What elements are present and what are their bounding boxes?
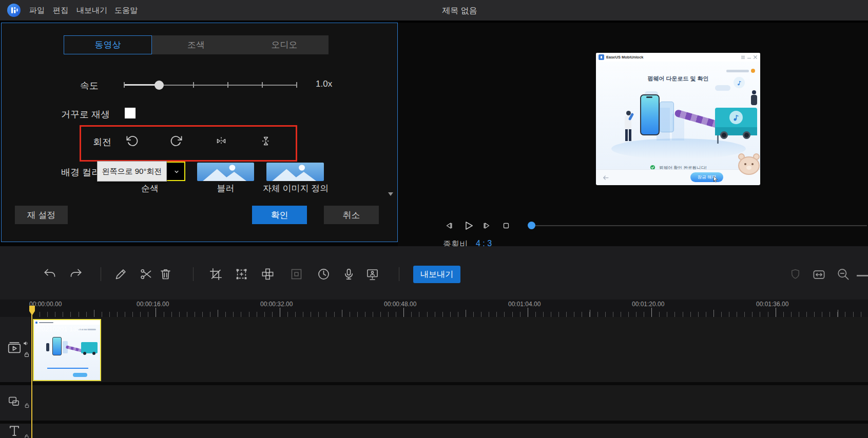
app-window: 파일 편집 내보내기 도움말 제목 없음 동영상 조색 오디오 속도 1.0x …: [0, 0, 868, 438]
text-track-icon: [7, 424, 22, 438]
ok-button[interactable]: 확인: [252, 206, 307, 224]
phone-ghost-illustration: [660, 102, 674, 132]
person2-illustration: [750, 90, 758, 112]
custom-image-option-label: 자체 이미지 정의: [255, 183, 337, 194]
reverse-checkbox[interactable]: [125, 108, 136, 118]
duration-clock-icon[interactable]: [317, 267, 331, 281]
unlock-icon[interactable]: [24, 433, 30, 438]
redo-icon[interactable]: [69, 267, 83, 281]
voiceover-mic-icon[interactable]: [342, 267, 356, 281]
chevron-down-icon: [173, 168, 180, 175]
stop-icon[interactable]: [500, 220, 512, 232]
reverse-label: 거꾸로 재생: [61, 108, 110, 121]
app-logo-icon[interactable]: [7, 4, 21, 17]
toolbar-separator: [399, 267, 399, 281]
cursor-pointer-icon: [712, 175, 719, 183]
shield-icon[interactable]: [789, 268, 802, 281]
preview-video-frame: EaseUS MobiUnlock 펌웨어 다운로드 및 확인: [596, 53, 760, 185]
status-row: 펌웨어 확인 완료됩니다!: [596, 162, 760, 169]
rotate-highlight-box: [80, 125, 297, 162]
speed-tick: [124, 82, 125, 88]
undo-icon[interactable]: [43, 267, 57, 281]
blur-option-thumbnail[interactable]: [197, 163, 254, 181]
video-track[interactable]: [32, 317, 868, 382]
play-icon[interactable]: [461, 218, 475, 233]
menubar: 파일 편집 내보내기 도움말 제목 없음: [0, 0, 868, 21]
speed-slider-handle[interactable]: [155, 81, 164, 90]
zoom-out-icon[interactable]: [836, 267, 850, 281]
solid-color-option-label: 순색: [114, 183, 185, 194]
blur-option-label: 블러: [197, 183, 254, 194]
guide-badge-icon: [751, 69, 755, 73]
mosaic-icon[interactable]: [261, 267, 275, 281]
close-icon: [753, 55, 758, 59]
minimize-icon: [747, 58, 751, 58]
reset-button[interactable]: 재 설정: [15, 206, 68, 224]
overlay-track[interactable]: [32, 385, 868, 421]
cancel-button[interactable]: 취소: [324, 206, 379, 224]
seek-handle[interactable]: [528, 222, 535, 229]
zoom-slider-minus[interactable]: [857, 275, 868, 276]
export-button[interactable]: 내보내기: [413, 266, 460, 283]
window-title: 제목 없음: [51, 6, 868, 16]
track-header-column: [0, 317, 31, 438]
scroll-down-arrow-icon[interactable]: [388, 192, 393, 196]
ruler-label: 00:01:36.00: [756, 301, 788, 308]
fit-timeline-icon[interactable]: [812, 268, 826, 282]
unlock-icon[interactable]: [23, 351, 30, 358]
edit-pencil-icon[interactable]: [114, 267, 128, 281]
cloud-shape: [715, 85, 730, 91]
unlock-icon[interactable]: [24, 402, 30, 409]
ruler-label: 00:01:20.00: [632, 301, 664, 308]
text-track[interactable]: [32, 424, 868, 438]
menu-file[interactable]: 파일: [29, 6, 45, 15]
toolbar-separator: [101, 267, 101, 281]
mobiunlock-title: EaseUS MobiUnlock: [606, 55, 644, 59]
custom-image-option-thumbnail[interactable]: [266, 163, 324, 181]
tab-color[interactable]: 조색: [152, 35, 240, 54]
tab-video[interactable]: 동영상: [64, 35, 152, 54]
speed-tick: [193, 82, 194, 88]
zoom-frame-icon[interactable]: [235, 267, 248, 281]
speed-label: 속도: [80, 79, 99, 92]
screen-record-icon[interactable]: [365, 267, 379, 281]
mobiunlock-lock-icon: [599, 54, 604, 60]
speed-tick: [227, 82, 228, 88]
clip-mini-titlebar: [34, 320, 100, 325]
speaker-icon[interactable]: [23, 340, 30, 347]
music-bubble-icon: [734, 77, 745, 88]
ruler-label: 00:00:16.00: [137, 301, 169, 308]
edit-dialog: 동영상 조색 오디오 속도 1.0x 거꾸로 재생 회전: [1, 23, 398, 242]
delete-trash-icon[interactable]: [159, 267, 172, 281]
video-track-icon: [7, 340, 22, 355]
mobiunlock-footer: 잠금 해제: [596, 169, 760, 185]
speed-tick: [262, 82, 263, 88]
playhead-line[interactable]: [31, 306, 32, 438]
person-illustration: [623, 111, 634, 143]
back-arrow-icon: [602, 174, 610, 182]
clip-filename-overlay: [20210201 13365: [36, 325, 99, 333]
check-circle-icon: [650, 165, 655, 169]
bear-mascot: [738, 153, 760, 175]
prev-frame-icon[interactable]: [443, 220, 455, 232]
rotate-left-tooltip: 왼쪽으로 90°회전: [97, 161, 167, 182]
video-clip[interactable]: [20210201 13365: [33, 319, 101, 381]
speed-slider-filled[interactable]: [124, 84, 159, 86]
seek-bar[interactable]: [535, 225, 867, 226]
ruler-label: 00:00:48.00: [384, 301, 416, 308]
menu-icon: [741, 56, 745, 56]
clip-mini-frame: [34, 325, 100, 380]
toolbar-separator: [193, 267, 194, 281]
crop-icon[interactable]: [209, 267, 223, 281]
speed-tick: [296, 82, 297, 88]
ruler-label: 00:01:04.00: [508, 301, 541, 308]
tab-audio[interactable]: 오디오: [240, 35, 329, 54]
mobiunlock-content: 펌웨어 다운로드 및 확인: [596, 62, 760, 169]
overlay-track-icon: [7, 394, 21, 408]
split-scissors-icon[interactable]: [139, 267, 153, 281]
next-frame-icon[interactable]: [480, 220, 493, 232]
phone-illustration: [640, 94, 660, 135]
freeze-frame-icon[interactable]: [290, 267, 303, 281]
mobiunlock-titlebar: EaseUS MobiUnlock: [596, 53, 760, 62]
ruler-major-ticks: [32, 308, 868, 317]
